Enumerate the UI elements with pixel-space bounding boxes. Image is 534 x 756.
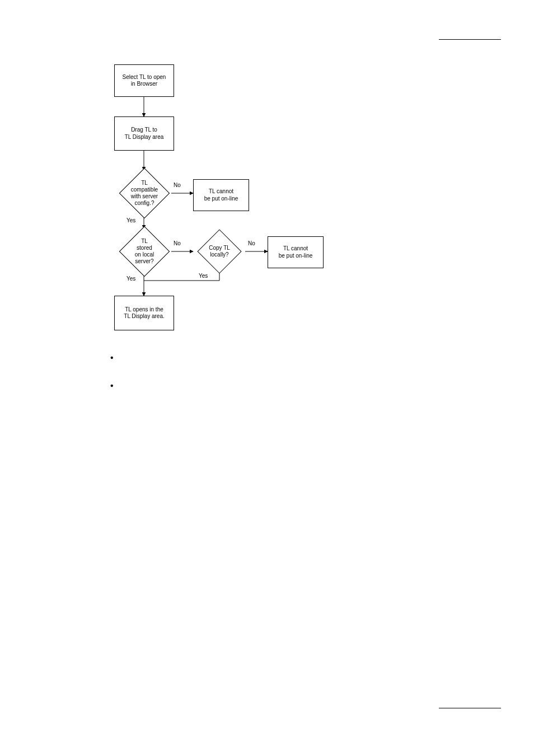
flow-decision-copy: Copy TLlocally? (193, 231, 246, 272)
bullet-1: • (110, 353, 114, 362)
bullet-list: • • (110, 353, 114, 409)
flow-box-fail2-text: TL cannotbe put on-line (279, 245, 313, 259)
flow-box-open-text: TL opens in theTL Display area. (124, 306, 164, 320)
flow-box-select-text: Select TL to openin Browser (123, 74, 166, 88)
flow-box-fail2: TL cannotbe put on-line (268, 236, 324, 268)
edge-label-compat-yes: Yes (127, 217, 135, 223)
flow-box-open: TL opens in theTL Display area. (114, 296, 174, 330)
edge-label-stored-yes: Yes (127, 276, 135, 282)
bullet-2: • (110, 381, 114, 390)
flow-decision-compat-text: TLcompatiblewith serverconfig.? (131, 180, 158, 207)
page: Select TL to openin Browser Drag TL toTL… (0, 0, 534, 756)
flowchart: Select TL to openin Browser Drag TL toTL… (110, 61, 339, 335)
footer-rule (439, 708, 501, 708)
edge-label-compat-no: No (174, 182, 181, 188)
flow-decision-copy-text: Copy TLlocally? (209, 245, 230, 258)
flow-decision-compat: TLcompatiblewith serverconfig.? (117, 170, 172, 216)
edge-label-copy-no: No (248, 240, 255, 246)
flow-box-drag-text: Drag TL toTL Display area (125, 127, 164, 141)
flow-box-fail1-text: TL cannotbe put on-line (204, 188, 238, 202)
flow-box-select: Select TL to openin Browser (114, 64, 174, 97)
flow-box-drag: Drag TL toTL Display area (114, 116, 174, 151)
flow-decision-stored-text: TLstoredon localserver? (135, 238, 154, 265)
flow-box-fail1: TL cannotbe put on-line (193, 179, 249, 211)
edge-label-copy-yes: Yes (199, 273, 208, 279)
edge-label-stored-no: No (174, 240, 181, 246)
flow-decision-stored: TLstoredon localserver? (117, 228, 172, 274)
header-rule (439, 39, 501, 40)
